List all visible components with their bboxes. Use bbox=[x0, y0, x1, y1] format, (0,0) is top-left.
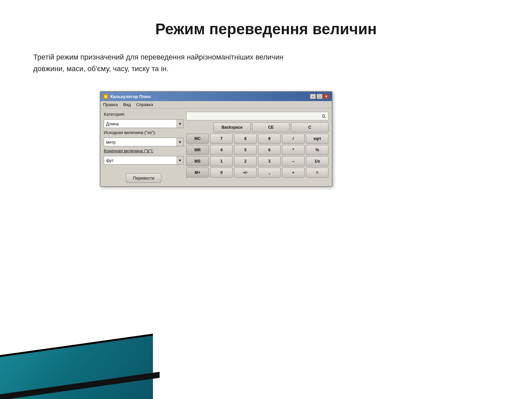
to-value: фут bbox=[104, 157, 177, 164]
bottom-decoration bbox=[0, 326, 532, 399]
page-content: Режим переведення величин Третій режим п… bbox=[0, 0, 532, 200]
btn-2[interactable]: 2 bbox=[234, 156, 257, 166]
mplus-button[interactable]: M+ bbox=[186, 168, 209, 178]
spacer bbox=[186, 122, 212, 132]
backspace-button[interactable]: Backspace bbox=[213, 122, 251, 132]
display-value: 0, bbox=[322, 113, 326, 119]
menu-bar: Правка Вид Справка bbox=[100, 101, 332, 108]
btn-minus[interactable]: – bbox=[282, 156, 305, 166]
to-combo[interactable]: фут ▼ bbox=[104, 156, 184, 165]
btn-8[interactable]: 8 bbox=[234, 134, 257, 144]
left-panel: Категория: Длина ▼ Исходная величина ("и… bbox=[104, 112, 184, 183]
btn-6[interactable]: 6 bbox=[258, 145, 281, 155]
to-label: Конечная величина ("в"): bbox=[104, 148, 184, 153]
ce-button[interactable]: CE bbox=[252, 122, 290, 132]
btn-comma[interactable]: , bbox=[258, 168, 281, 178]
btn-9[interactable]: 9 bbox=[258, 134, 281, 144]
btn-reciprocal[interactable]: 1/x bbox=[306, 156, 329, 166]
button-row-1: MC 7 8 9 / sqrt bbox=[186, 134, 329, 144]
category-label: Категория: bbox=[104, 112, 184, 117]
btn-percent[interactable]: % bbox=[306, 145, 329, 155]
calc-display: 0, bbox=[186, 112, 329, 120]
from-combo[interactable]: метр ▼ bbox=[104, 138, 184, 146]
c-button[interactable]: C bbox=[291, 122, 329, 132]
right-panel: 0, Backspace CE C MC 7 8 9 bbox=[186, 112, 329, 183]
convert-button[interactable]: Перевести bbox=[126, 173, 162, 183]
close-button[interactable]: ✕ bbox=[323, 94, 329, 99]
btn-3[interactable]: 3 bbox=[258, 156, 281, 166]
button-row-0: Backspace CE C bbox=[186, 122, 329, 132]
calculator-container: 🖩 Калькулятор Плюс – □ ✕ Правка Вид Спра… bbox=[100, 91, 332, 187]
btn-0[interactable]: 0 bbox=[210, 168, 233, 178]
from-value: метр bbox=[104, 139, 177, 145]
ms-button[interactable]: MS bbox=[186, 156, 209, 166]
btn-plus[interactable]: + bbox=[282, 168, 305, 178]
button-row-3: MS 1 2 3 – 1/x bbox=[186, 156, 329, 166]
maximize-button[interactable]: □ bbox=[317, 94, 323, 99]
btn-negate[interactable]: +/- bbox=[234, 168, 257, 178]
btn-divide[interactable]: / bbox=[282, 134, 305, 144]
menu-item-spravka[interactable]: Справка bbox=[136, 102, 153, 107]
btn-1[interactable]: 1 bbox=[210, 156, 233, 166]
from-arrow-icon[interactable]: ▼ bbox=[177, 138, 183, 146]
app-icon: 🖩 bbox=[103, 94, 108, 99]
title-bar-buttons: – □ ✕ bbox=[310, 94, 329, 99]
minimize-button[interactable]: – bbox=[310, 94, 316, 99]
menu-item-pravka[interactable]: Правка bbox=[103, 102, 118, 107]
btn-4[interactable]: 4 bbox=[210, 145, 233, 155]
button-row-4: M+ 0 +/- , + = bbox=[186, 168, 329, 178]
category-arrow-icon[interactable]: ▼ bbox=[177, 120, 183, 128]
category-value: Длина bbox=[104, 121, 177, 127]
from-label: Исходная величина ("из"): bbox=[104, 130, 184, 135]
btn-equals[interactable]: = bbox=[306, 168, 329, 178]
btn-multiply[interactable]: * bbox=[282, 145, 305, 155]
window-title: Калькулятор Плюс bbox=[110, 94, 151, 99]
title-bar: 🖩 Калькулятор Плюс – □ ✕ bbox=[100, 92, 332, 101]
btn-sqrt[interactable]: sqrt bbox=[306, 134, 329, 144]
mr-button[interactable]: MR bbox=[186, 145, 209, 155]
btn-5[interactable]: 5 bbox=[234, 145, 257, 155]
mc-button[interactable]: MC bbox=[186, 134, 209, 144]
to-arrow-icon[interactable]: ▼ bbox=[177, 156, 183, 164]
category-combo[interactable]: Длина ▼ bbox=[104, 119, 184, 128]
calculator-window: 🖩 Калькулятор Плюс – □ ✕ Правка Вид Спра… bbox=[100, 91, 332, 187]
menu-item-vid[interactable]: Вид bbox=[123, 102, 131, 107]
button-row-2: MR 4 5 6 * % bbox=[186, 145, 329, 155]
title-bar-left: 🖩 Калькулятор Плюс bbox=[103, 94, 151, 99]
page-title: Режим переведення величин bbox=[33, 20, 499, 38]
page-description: Третій режим призначений для переведення… bbox=[33, 51, 293, 74]
btn-7[interactable]: 7 bbox=[210, 134, 233, 144]
calc-body: Категория: Длина ▼ Исходная величина ("и… bbox=[100, 108, 332, 186]
